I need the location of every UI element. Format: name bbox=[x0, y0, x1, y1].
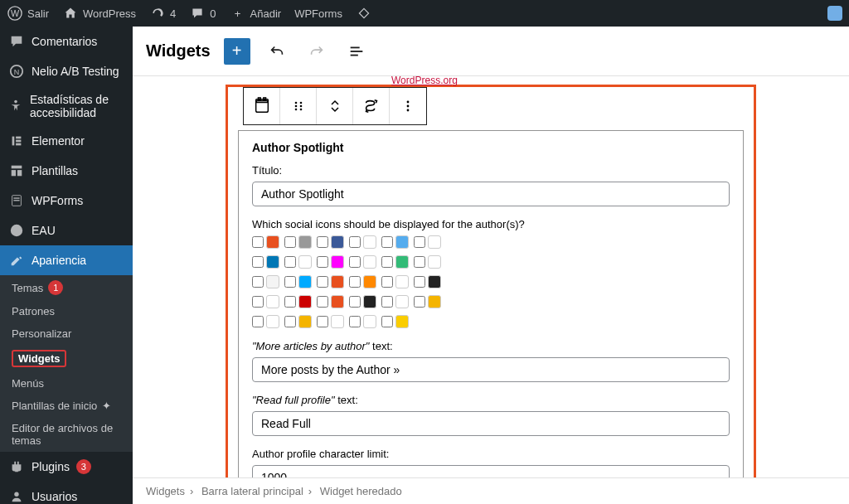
social-checkbox[interactable] bbox=[349, 316, 361, 327]
social-checkbox-item[interactable] bbox=[284, 315, 312, 328]
social-checkbox-item[interactable] bbox=[414, 235, 441, 249]
block-type-button[interactable] bbox=[244, 88, 280, 124]
social-checkbox[interactable] bbox=[252, 256, 264, 268]
social-checkbox-item[interactable] bbox=[414, 295, 441, 308]
social-checkbox[interactable] bbox=[349, 236, 361, 248]
adminbar-add[interactable]: +Añadir bbox=[230, 5, 282, 22]
social-checkbox-item[interactable] bbox=[349, 255, 376, 269]
social-checkbox[interactable] bbox=[284, 276, 296, 288]
social-checkbox[interactable] bbox=[381, 236, 393, 248]
sidebar-sub-menus[interactable]: Menús bbox=[0, 372, 133, 395]
more-options-button[interactable] bbox=[390, 88, 426, 124]
sidebar-item-wpforms[interactable]: WPForms bbox=[0, 186, 133, 216]
social-checkbox[interactable] bbox=[252, 316, 264, 327]
breadcrumb-item[interactable]: Widgets bbox=[146, 485, 185, 497]
sidebar-sub-plantillas-inicio[interactable]: Plantillas de inicio ✦ bbox=[0, 395, 133, 417]
social-checkbox-item[interactable] bbox=[284, 235, 312, 249]
undo-button[interactable] bbox=[264, 38, 290, 65]
social-checkbox-item[interactable] bbox=[252, 315, 279, 328]
sidebar-item-plantillas[interactable]: Plantillas bbox=[0, 156, 133, 186]
sidebar-item-eau[interactable]: EAU bbox=[0, 216, 133, 245]
social-checkbox[interactable] bbox=[381, 256, 393, 268]
social-checkbox[interactable] bbox=[317, 256, 328, 268]
wporg-link[interactable]: WordPress.org bbox=[391, 76, 458, 86]
social-checkbox[interactable] bbox=[252, 276, 264, 288]
adminbar-wpforms[interactable]: WPForms bbox=[294, 7, 342, 20]
social-checkbox-item[interactable] bbox=[252, 295, 279, 308]
social-checkbox[interactable] bbox=[252, 236, 264, 248]
more-articles-input[interactable] bbox=[252, 357, 730, 382]
social-checkbox-item[interactable] bbox=[252, 255, 279, 269]
social-checkbox-item[interactable] bbox=[284, 255, 312, 269]
social-checkbox[interactable] bbox=[414, 236, 425, 248]
social-checkbox-item[interactable] bbox=[349, 315, 376, 328]
social-checkbox[interactable] bbox=[317, 296, 328, 308]
social-checkbox-item[interactable] bbox=[317, 235, 344, 249]
transform-button[interactable] bbox=[353, 88, 390, 124]
social-checkbox-item[interactable] bbox=[381, 275, 409, 288]
adminbar-comments[interactable]: 0 bbox=[189, 5, 216, 22]
social-checkbox[interactable] bbox=[284, 296, 296, 308]
adminbar-logo[interactable]: WSalir bbox=[7, 5, 49, 22]
adminbar-extra[interactable] bbox=[356, 5, 372, 22]
sidebar-item-nelio[interactable]: NNelio A/B Testing bbox=[0, 56, 133, 86]
social-checkbox-item[interactable] bbox=[284, 295, 312, 308]
social-checkbox-item[interactable] bbox=[414, 275, 441, 288]
social-checkbox-item[interactable] bbox=[317, 255, 344, 269]
sidebar-sub-temas[interactable]: Temas 1 bbox=[0, 275, 133, 300]
social-checkbox-item[interactable] bbox=[252, 235, 279, 249]
sidebar-sub-editor-archivos[interactable]: Editor de archivos de temas bbox=[0, 417, 133, 452]
char-limit-input[interactable] bbox=[252, 465, 730, 477]
social-checkbox-item[interactable] bbox=[381, 235, 409, 249]
social-checkbox-item[interactable] bbox=[381, 315, 409, 328]
social-checkbox[interactable] bbox=[414, 276, 425, 288]
adminbar-user[interactable] bbox=[827, 6, 842, 21]
social-checkbox[interactable] bbox=[349, 276, 361, 288]
add-block-button[interactable]: + bbox=[224, 38, 250, 65]
sidebar-sub-patrones[interactable]: Patrones bbox=[0, 300, 133, 322]
social-checkbox[interactable] bbox=[284, 316, 296, 327]
social-checkbox[interactable] bbox=[349, 296, 361, 308]
adminbar-site[interactable]: WordPress bbox=[62, 5, 136, 22]
sidebar-item-comentarios[interactable]: Comentarios bbox=[0, 27, 133, 56]
social-checkbox[interactable] bbox=[317, 236, 328, 248]
social-checkbox-item[interactable] bbox=[381, 255, 409, 269]
social-checkbox-item[interactable] bbox=[349, 235, 376, 249]
sidebar-sub-widgets[interactable]: Widgets bbox=[0, 345, 133, 372]
breadcrumb-item[interactable]: Widget heredado bbox=[320, 485, 402, 497]
social-checkbox[interactable] bbox=[414, 296, 425, 308]
social-checkbox[interactable] bbox=[349, 256, 361, 268]
social-checkbox[interactable] bbox=[414, 256, 425, 268]
move-updown-button[interactable] bbox=[317, 88, 353, 124]
drag-handle-button[interactable] bbox=[280, 88, 317, 124]
redo-button[interactable] bbox=[303, 38, 330, 65]
social-checkbox-item[interactable] bbox=[317, 275, 344, 288]
sidebar-item-plugins[interactable]: Plugins 3 bbox=[0, 452, 133, 482]
social-checkbox-item[interactable] bbox=[317, 295, 344, 308]
social-checkbox[interactable] bbox=[381, 276, 393, 288]
social-checkbox-item[interactable] bbox=[317, 315, 344, 328]
social-checkbox-item[interactable] bbox=[252, 275, 279, 288]
sidebar-item-elementor[interactable]: Elementor bbox=[0, 126, 133, 156]
social-checkbox-item[interactable] bbox=[414, 255, 441, 269]
sidebar-item-apariencia[interactable]: Apariencia bbox=[0, 245, 133, 275]
sidebar-sub-personalizar[interactable]: Personalizar bbox=[0, 322, 133, 345]
social-checkbox[interactable] bbox=[284, 256, 296, 268]
social-checkbox[interactable] bbox=[317, 316, 328, 327]
title-input[interactable] bbox=[252, 182, 730, 206]
social-checkbox-item[interactable] bbox=[284, 275, 312, 288]
social-checkbox[interactable] bbox=[381, 316, 393, 327]
list-view-button[interactable] bbox=[343, 38, 370, 65]
social-checkbox-item[interactable] bbox=[381, 295, 409, 308]
social-checkbox[interactable] bbox=[284, 236, 296, 248]
sidebar-item-estad[interactable]: Estadísticas de accesibilidad bbox=[0, 86, 133, 126]
social-checkbox[interactable] bbox=[317, 276, 328, 288]
adminbar-updates[interactable]: 4 bbox=[149, 5, 176, 22]
social-checkbox-item[interactable] bbox=[349, 275, 376, 288]
breadcrumb-item[interactable]: Barra lateral principal bbox=[201, 485, 303, 497]
read-profile-input[interactable] bbox=[252, 411, 730, 436]
social-checkbox[interactable] bbox=[381, 296, 393, 308]
sidebar-item-usuarios[interactable]: Usuarios bbox=[0, 482, 133, 504]
social-checkbox[interactable] bbox=[252, 296, 264, 308]
social-checkbox-item[interactable] bbox=[349, 295, 376, 308]
